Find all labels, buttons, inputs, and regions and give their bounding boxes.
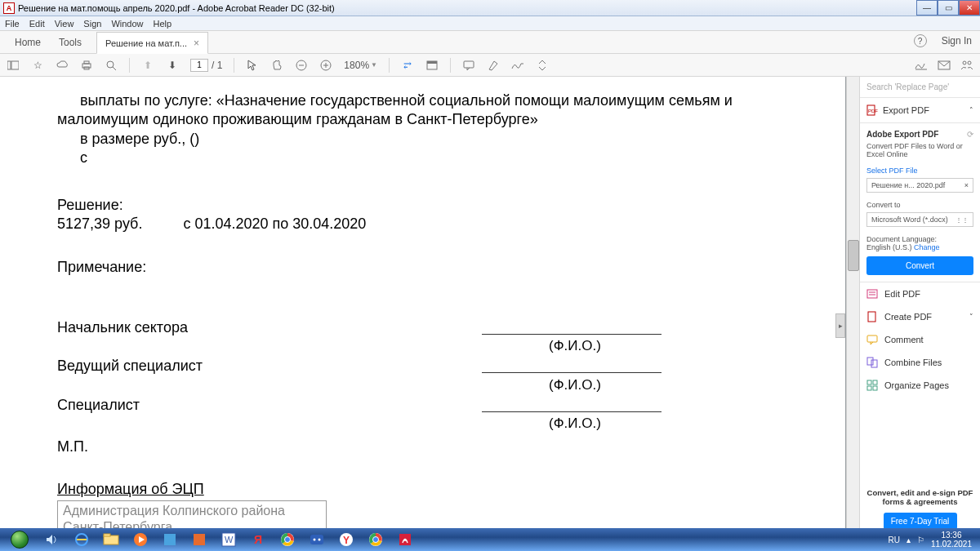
sign-in-link[interactable]: Sign In: [942, 35, 972, 47]
taskbar-acrobat-icon[interactable]: [392, 530, 418, 549]
page-total: / 1: [212, 60, 222, 71]
taskbar-xbox-icon[interactable]: [304, 530, 330, 549]
tool-organize[interactable]: Organize Pages: [860, 374, 980, 397]
close-tab-icon[interactable]: ×: [194, 38, 199, 49]
share-sign-icon[interactable]: [915, 59, 928, 72]
svg-rect-3: [84, 61, 89, 64]
menu-view[interactable]: View: [55, 19, 74, 29]
highlight-icon[interactable]: [487, 59, 500, 72]
menu-file[interactable]: File: [5, 19, 20, 29]
print-icon[interactable]: [80, 59, 93, 72]
taskbar-media-icon[interactable]: [127, 530, 154, 549]
menu-window[interactable]: Window: [111, 19, 143, 29]
window-title: Решение на мат.помощь апрель 2020.pdf - …: [18, 3, 335, 13]
taskbar-app-icon[interactable]: [157, 530, 183, 549]
vertical-scrollbar[interactable]: [846, 77, 859, 536]
refresh-icon[interactable]: ⟳: [967, 130, 973, 139]
zoom-dropdown[interactable]: 180% ▼: [344, 60, 377, 71]
taskbar-ie-icon[interactable]: [69, 530, 95, 549]
taskbar-chrome-icon[interactable]: [274, 530, 301, 549]
tab-tools[interactable]: Tools: [59, 37, 82, 48]
close-button[interactable]: ✕: [959, 0, 980, 16]
window-titlebar: A Решение на мат.помощь апрель 2020.pdf …: [0, 0, 980, 16]
doc-amount: 5127,39 руб. с 01.04.2020 по 30.04.2020: [57, 215, 788, 233]
tool-edit-pdf[interactable]: Edit PDF: [860, 282, 980, 305]
document-tab[interactable]: Решение на мат.п... ×: [96, 32, 208, 54]
tool-create-pdf[interactable]: Create PDF˅: [860, 305, 980, 328]
email-icon[interactable]: [938, 59, 951, 72]
more-icon[interactable]: [536, 59, 549, 72]
system-tray: RU ▴ ⚐ 13:36 11.02.2021: [888, 531, 977, 549]
svg-rect-29: [873, 380, 877, 384]
document-viewport[interactable]: ▸ выплаты по услуге: «Назначение государ…: [0, 77, 859, 536]
adobe-export-section: Adobe Export PDF ⟳ Convert PDF Files to …: [860, 123, 980, 282]
tray-up-icon[interactable]: ▴: [906, 535, 911, 544]
tab-home[interactable]: Home: [15, 37, 41, 48]
right-panel-toggle[interactable]: ▸: [835, 313, 845, 338]
select-file-link[interactable]: Select PDF File: [866, 167, 973, 175]
svg-point-50: [373, 537, 379, 543]
scroll-thumb[interactable]: [848, 240, 859, 271]
selected-file-box[interactable]: Решение н... 2020.pdf ×: [866, 178, 973, 193]
tray-lang[interactable]: RU: [888, 535, 899, 544]
menu-bar: File Edit View Sign Window Help: [0, 16, 980, 31]
convert-button[interactable]: Convert: [866, 256, 973, 275]
taskbar-y-icon[interactable]: Y: [333, 530, 359, 549]
menu-help[interactable]: Help: [154, 19, 172, 29]
sig-row-1: Начальник сектора: [57, 318, 788, 337]
zoom-out-icon[interactable]: [295, 59, 308, 72]
clear-file-icon[interactable]: ×: [964, 181, 969, 189]
free-trial-button[interactable]: Free 7-Day Trial: [884, 513, 957, 530]
maximize-button[interactable]: ▭: [938, 0, 959, 16]
svg-rect-34: [104, 534, 110, 536]
comment-tool-icon: [866, 334, 878, 345]
doclang-label: Document Language:: [866, 235, 973, 243]
fit-page-icon[interactable]: [425, 59, 439, 72]
people-icon[interactable]: [960, 59, 973, 72]
tool-label: Combine Files: [884, 358, 942, 367]
tool-comment[interactable]: Comment: [860, 328, 980, 351]
svg-point-45: [314, 539, 316, 541]
tray-time: 13:36: [931, 531, 972, 540]
format-select[interactable]: Microsoft Word (*.docx) ⋮⋮: [866, 212, 973, 227]
help-icon[interactable]: ?: [914, 34, 927, 47]
taskbar-speaker-icon[interactable]: [39, 530, 65, 549]
hand-tool-icon[interactable]: [270, 59, 283, 72]
page-up-icon[interactable]: ⬆: [141, 59, 154, 72]
export-pdf-section[interactable]: PDF Export PDF ˄: [860, 98, 980, 123]
tool-combine[interactable]: Combine Files: [860, 351, 980, 374]
tray-clock[interactable]: 13:36 11.02.2021: [931, 531, 972, 549]
taskbar-explorer-icon[interactable]: [98, 530, 124, 549]
menu-edit[interactable]: Edit: [29, 19, 45, 29]
zoom-in-icon[interactable]: [319, 59, 332, 72]
sign-icon[interactable]: [511, 59, 524, 72]
taskbar-yandex-icon[interactable]: Я: [245, 530, 271, 549]
doc-line-3: в размере руб., (): [57, 130, 788, 149]
star-icon[interactable]: ☆: [31, 59, 44, 72]
minimize-button[interactable]: —: [916, 0, 938, 16]
svg-text:Y: Y: [343, 535, 350, 546]
cloud-icon[interactable]: [56, 59, 69, 72]
tools-search[interactable]: Search 'Replace Page': [860, 77, 980, 98]
svg-text:Я: Я: [254, 533, 262, 546]
change-lang-link[interactable]: Change: [914, 243, 940, 251]
tray-flag-icon[interactable]: ⚐: [917, 535, 924, 544]
tool-label: Comment: [884, 335, 924, 344]
taskbar-app-icon[interactable]: [186, 530, 212, 549]
sidebar-toggle-icon[interactable]: [7, 59, 20, 72]
svg-point-43: [285, 537, 291, 543]
page-input[interactable]: [190, 59, 208, 72]
menu-sign[interactable]: Sign: [83, 19, 101, 29]
adobe-export-title: Adobe Export PDF: [866, 130, 938, 139]
comment-icon[interactable]: [462, 59, 475, 72]
fit-width-icon[interactable]: ⥂: [401, 59, 414, 72]
taskbar-word-icon[interactable]: W: [216, 530, 242, 549]
doc-line-1: выплаты по услуге: «Назначение государст…: [57, 91, 788, 110]
select-tool-icon[interactable]: [246, 59, 259, 72]
page-down-icon[interactable]: ⬇: [166, 59, 179, 72]
fio-1: (Ф.И.О.): [549, 337, 788, 355]
svg-rect-24: [868, 312, 875, 322]
taskbar-chrome-icon-2[interactable]: [363, 530, 389, 549]
search-icon[interactable]: [105, 59, 118, 72]
start-button[interactable]: [3, 530, 36, 549]
